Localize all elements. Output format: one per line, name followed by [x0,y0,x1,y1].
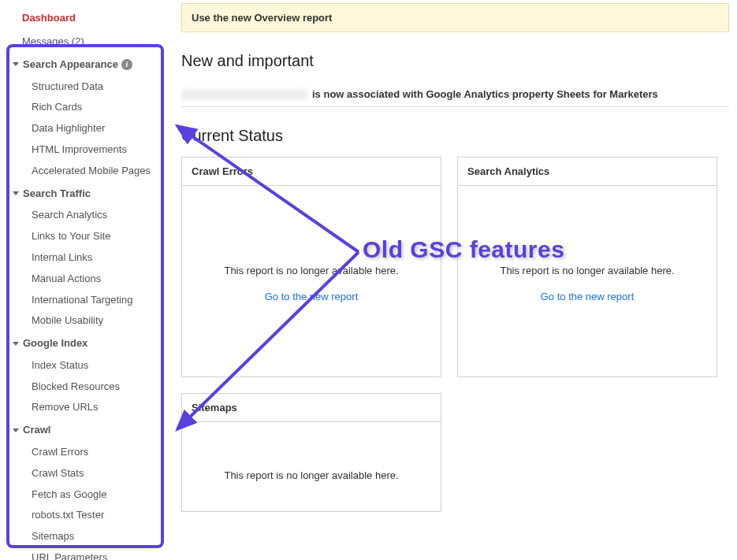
heading-current-status: Current Status [181,127,729,145]
overview-banner-text: Use the new Overview report [192,12,332,24]
card-crawl-errors-msg: This report is no longer available here. [198,265,425,276]
card-crawl-errors: Crawl Errors This report is no longer av… [181,157,441,377]
nav-item-fetch-as-google[interactable]: Fetch as Google [0,484,166,506]
nav-item-crawl-stats[interactable]: Crawl Stats [0,463,166,484]
overview-banner[interactable]: Use the new Overview report [181,3,729,32]
card-sitemaps-msg: This report is no longer available here. [198,469,425,481]
nav-section-label: Search Appearance [23,57,118,72]
card-search-analytics: Search Analytics This report is no longe… [457,157,717,377]
nav-item-accelerated-mobile-pages[interactable]: Accelerated Mobile Pages [0,161,166,182]
nav-item-manual-actions[interactable]: Manual Actions [0,269,166,290]
nav-section-label: Crawl [23,422,50,438]
nav-item-mobile-usability[interactable]: Mobile Usability [0,310,166,332]
nav-messages[interactable]: Messages (2) [0,30,166,54]
notice-text: is now associated with Google Analytics … [312,88,658,100]
nav-item-links-to-your-site[interactable]: Links to Your Site [0,226,166,247]
nav-item-data-highlighter[interactable]: Data Highlighter [0,118,166,139]
nav-item-structured-data[interactable]: Structured Data [0,76,166,98]
nav-item-search-analytics[interactable]: Search Analytics [0,205,166,226]
nav-item-crawl-errors[interactable]: Crawl Errors [0,442,166,463]
nav-section-search-traffic[interactable]: Search Traffic [0,182,166,206]
nav-item-remove-urls[interactable]: Remove URLs [0,397,166,418]
nav-item-robotstxt-tester[interactable]: robots.txt Tester [0,505,166,526]
notice-redacted-site [181,89,307,100]
card-crawl-errors-link[interactable]: Go to the new report [198,291,425,302]
card-crawl-errors-title: Crawl Errors [182,158,441,186]
nav-section-crawl[interactable]: Crawl [0,418,166,442]
nav-item-internal-links[interactable]: Internal Links [0,247,166,269]
nav-item-international-targeting[interactable]: International Targeting [0,290,166,311]
nav-dashboard[interactable]: Dashboard [0,6,166,30]
nav-section-label: Google Index [23,336,87,351]
info-icon[interactable]: i [121,59,132,70]
nav-section-label: Search Traffic [23,186,91,202]
nav-item-url-parameters[interactable]: URL Parameters [0,547,166,560]
notice-row[interactable]: is now associated with Google Analytics … [181,82,729,107]
card-search-analytics-msg: This report is no longer available here. [474,265,701,276]
nav-section-google-index[interactable]: Google Index [0,332,166,355]
main-content: Use the new Overview report New and impo… [166,0,737,560]
nav-item-sitemaps[interactable]: Sitemaps [0,526,166,547]
card-sitemaps-title: Sitemaps [182,394,441,422]
heading-new-important: New and important [181,52,729,70]
nav-section-search-appearance[interactable]: Search Appearancei [0,53,166,76]
nav-item-blocked-resources[interactable]: Blocked Resources [0,376,166,398]
sidebar: Dashboard Messages (2) Search Appearance… [0,0,166,560]
card-search-analytics-title: Search Analytics [458,158,717,186]
card-search-analytics-link[interactable]: Go to the new report [474,291,701,302]
nav-item-html-improvements[interactable]: HTML Improvements [0,139,166,161]
nav-item-index-status[interactable]: Index Status [0,355,166,376]
nav-item-rich-cards[interactable]: Rich Cards [0,97,166,118]
card-sitemaps: Sitemaps This report is no longer availa… [181,393,441,512]
